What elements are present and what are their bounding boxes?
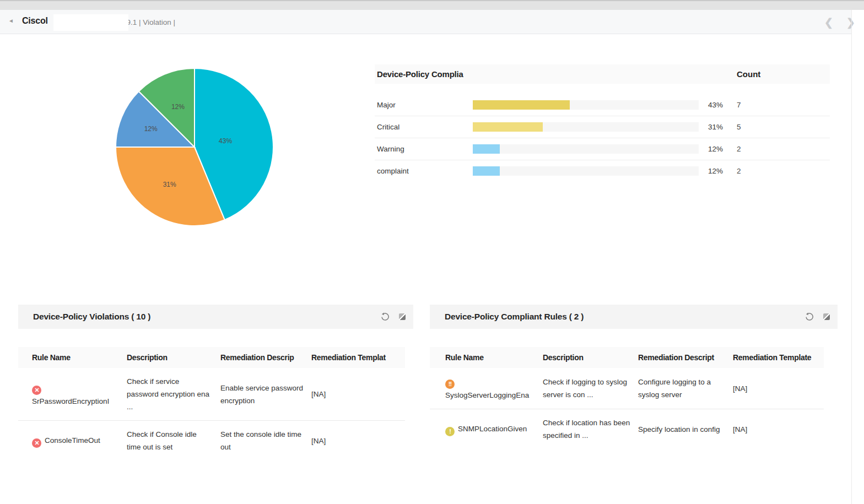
- compliant-table-header: Rule Name Description Remediation Descri…: [430, 347, 824, 368]
- severity-count: 2: [737, 160, 741, 182]
- pie-slice-label: 12%: [144, 125, 158, 133]
- column-header-remediation-template: Remediation Templat: [311, 353, 405, 362]
- column-header-rule-name: Rule Name: [32, 353, 127, 362]
- breadcrumb: 49.1 | Violation |: [122, 18, 175, 26]
- rule-description-cell: Check if service password encryption ena…: [127, 375, 220, 413]
- remediation-description-cell: Specify location in config: [638, 423, 733, 436]
- compliance-summary-title: Device-Policy Complia: [375, 69, 463, 79]
- rule-name-cell: ✕SrPasswordEncryptionI: [32, 381, 127, 408]
- bar-track: [473, 122, 699, 132]
- bar-fill: [473, 122, 543, 132]
- severity-percent: 43%: [699, 94, 723, 116]
- severity-count: 2: [737, 138, 741, 160]
- major-badge-icon: !!: [445, 380, 455, 389]
- compliant-panel-title: Device-Policy Compliant Rules ( 2 ): [430, 312, 584, 322]
- violations-panel-title: Device-Policy Violations ( 10 ): [18, 312, 150, 322]
- remediation-description-cell: Set the console idle time out: [220, 428, 311, 453]
- remediation-template-cell: [NA]: [311, 435, 405, 447]
- error-badge-icon: ✕: [32, 438, 41, 448]
- severity-label: Warning: [377, 138, 404, 160]
- rule-description-cell: Check if Console idle time out is set: [127, 428, 220, 453]
- violations-panel-header: Device-Policy Violations ( 10 ): [18, 305, 413, 329]
- refresh-icon[interactable]: [381, 312, 390, 321]
- remediation-description-cell: Configure logging to a syslog server: [638, 376, 733, 401]
- severity-row-major[interactable]: Major 43% 7: [375, 94, 830, 116]
- redacted-region: [53, 14, 128, 31]
- violation-rule-row[interactable]: ✕SrPasswordEncryptionI Check if service …: [18, 368, 405, 421]
- rule-name-cell: !!SyslogServerLoggingEna: [445, 375, 543, 402]
- warning-badge-icon: !: [445, 427, 455, 436]
- bar-fill: [473, 100, 570, 110]
- severity-percent: 12%: [699, 138, 723, 160]
- violations-table-header: Rule Name Description Remediation Descri…: [18, 347, 405, 368]
- severity-percent: 31%: [699, 116, 723, 138]
- compliant-rule-row[interactable]: !!SyslogServerLoggingEna Check if loggin…: [430, 368, 824, 409]
- violation-rule-row[interactable]: ✕ConsoleTimeOut Check if Console idle ti…: [18, 421, 405, 460]
- remediation-description-cell: Enable service password encryption: [220, 382, 311, 407]
- bar-track: [473, 144, 699, 154]
- compliant-rules-table: Rule Name Description Remediation Descri…: [430, 347, 824, 449]
- rule-description-cell: Check if logging to syslog server is con…: [543, 376, 638, 401]
- rule-description-cell: Check if location has been specified in …: [543, 416, 638, 442]
- rule-name-cell: !SNMPLocationGiven: [445, 422, 543, 436]
- severity-label: Major: [377, 94, 396, 116]
- compliance-summary-table: Device-Policy Complia Count Major 43% 7 …: [375, 64, 830, 182]
- prev-page-icon[interactable]: ❮: [824, 16, 833, 29]
- severity-percent: 12%: [699, 160, 723, 182]
- pie-slice-label: 12%: [171, 103, 185, 111]
- remediation-template-cell: [NA]: [733, 423, 824, 436]
- pie-slice-label: 43%: [219, 137, 232, 145]
- right-edge-divider: [851, 10, 852, 504]
- count-column-header: Count: [737, 64, 760, 84]
- bar-track: [473, 166, 699, 176]
- remediation-template-cell: [NA]: [311, 388, 405, 400]
- detach-widget-icon[interactable]: [399, 313, 406, 320]
- column-header-remediation-description: Remediation Descript: [638, 353, 733, 362]
- refresh-icon[interactable]: [805, 312, 814, 321]
- compliance-pie-chart[interactable]: 43%31%12%12%: [114, 67, 275, 227]
- page-header: ◄ Ciscol 49.1 | Violation | ❮ ❯: [0, 10, 852, 34]
- column-header-remediation-template: Remediation Template: [733, 353, 824, 362]
- column-header-rule-name: Rule Name: [445, 353, 543, 362]
- rule-name-cell: ✕ConsoleTimeOut: [32, 434, 127, 448]
- severity-label: complaint: [377, 160, 409, 182]
- severity-row-warning[interactable]: Warning 12% 2: [375, 138, 830, 160]
- compliant-rule-row[interactable]: !SNMPLocationGiven Check if location has…: [430, 409, 824, 449]
- next-page-icon[interactable]: ❯: [846, 16, 855, 29]
- severity-row-complaint[interactable]: complaint 12% 2: [375, 160, 830, 182]
- bar-track: [473, 100, 699, 110]
- compliant-panel-header: Device-Policy Compliant Rules ( 2 ): [430, 305, 838, 329]
- column-header-description: Description: [543, 353, 638, 362]
- violations-table: Rule Name Description Remediation Descri…: [18, 347, 405, 460]
- dashboard-page: ◄ Ciscol 49.1 | Violation | ❮ ❯ 43%31%12…: [0, 0, 864, 504]
- severity-count: 5: [737, 116, 741, 138]
- severity-count: 7: [737, 94, 741, 116]
- severity-label: Critical: [377, 116, 399, 138]
- violations-panel: Device-Policy Violations ( 10 ) Rule Nam…: [18, 305, 413, 460]
- column-header-description: Description: [127, 353, 220, 362]
- detach-widget-icon[interactable]: [823, 313, 830, 320]
- bar-fill: [473, 166, 500, 176]
- pie-slice-label: 31%: [163, 181, 176, 188]
- browser-chrome-strip: [0, 0, 864, 10]
- device-name: Ciscol: [22, 16, 48, 26]
- compliance-summary-header: Device-Policy Complia Count: [375, 64, 830, 84]
- back-icon[interactable]: ◄: [8, 18, 14, 24]
- error-badge-icon: ✕: [32, 386, 41, 395]
- remediation-template-cell: [NA]: [733, 382, 824, 395]
- bar-fill: [473, 144, 500, 154]
- severity-row-critical[interactable]: Critical 31% 5: [375, 116, 830, 138]
- column-header-remediation-description: Remediation Descrip: [220, 353, 311, 362]
- compliant-rules-panel: Device-Policy Compliant Rules ( 2 ) Rule…: [430, 305, 838, 449]
